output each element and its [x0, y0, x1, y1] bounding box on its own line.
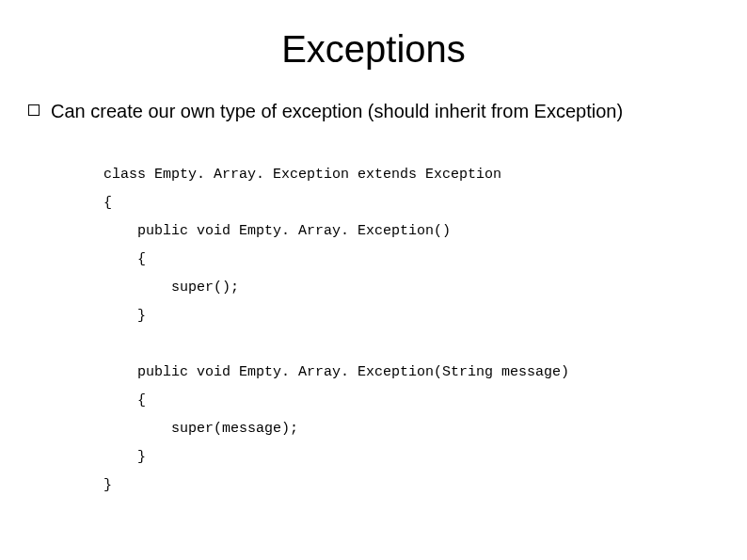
- square-bullet-icon: [28, 104, 40, 116]
- bullet-text: Can create our own type of exception (sh…: [51, 99, 623, 123]
- slide-container: Exceptions Can create our own type of ex…: [0, 0, 747, 560]
- slide-title: Exceptions: [19, 28, 728, 71]
- bullet-row: Can create our own type of exception (sh…: [19, 99, 728, 123]
- code-block: class Empty. Array. Exception extends Ex…: [19, 161, 728, 500]
